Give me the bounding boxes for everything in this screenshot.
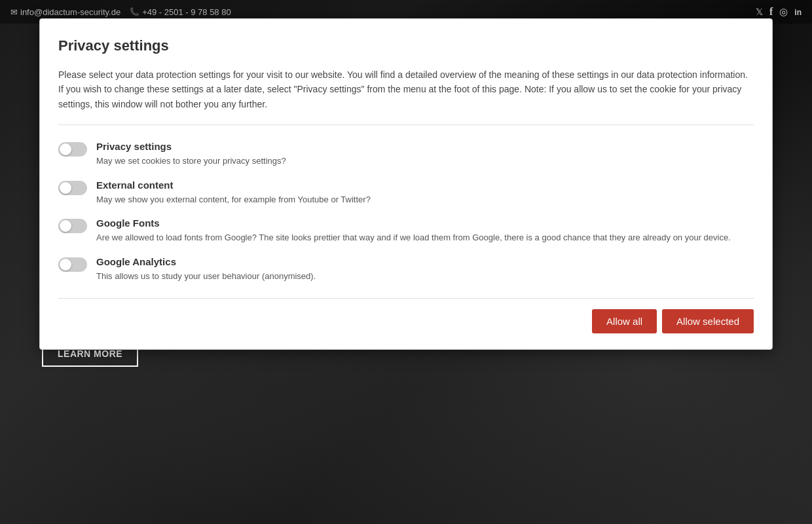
allow-all-button[interactable]: Allow all [592,309,657,333]
toggle-fonts-wrapper [58,219,87,236]
setting-desc-external: May we show you external content, for ex… [96,193,754,206]
toggle-fonts[interactable] [58,219,87,233]
setting-item-privacy: Privacy settings May we set cookies to s… [58,141,754,168]
setting-label-privacy: Privacy settings [96,141,754,152]
allow-selected-button[interactable]: Allow selected [662,309,754,333]
setting-item-external: External content May we show you externa… [58,179,754,206]
toggle-analytics[interactable] [58,257,87,272]
setting-label-external: External content [96,179,754,191]
modal-description: Please select your data protection setti… [58,67,754,125]
setting-item-analytics: Google Analytics This allows us to study… [58,256,754,283]
settings-list: Privacy settings May we set cookies to s… [58,141,754,282]
modal-title: Privacy settings [58,37,754,54]
setting-desc-analytics: This allows us to study your user behavi… [96,270,754,283]
setting-content-privacy: Privacy settings May we set cookies to s… [96,141,754,168]
toggle-analytics-wrapper [58,257,87,274]
setting-desc-fonts: Are we allowed to load fonts from Google… [96,231,754,244]
setting-content-analytics: Google Analytics This allows us to study… [96,256,754,283]
setting-content-external: External content May we show you externa… [96,179,754,206]
setting-label-analytics: Google Analytics [96,256,754,267]
modal-overlay: Privacy settings Please select your data… [0,0,812,524]
toggle-external-thumb [60,182,71,194]
setting-desc-privacy: May we set cookies to store your privacy… [96,155,754,168]
toggle-analytics-thumb [60,259,71,271]
modal-footer: Allow all Allow selected [58,298,754,333]
privacy-settings-modal: Privacy settings Please select your data… [39,18,773,350]
toggle-external-wrapper [58,181,87,198]
toggle-privacy-wrapper [58,142,87,159]
toggle-external[interactable] [58,181,87,195]
setting-label-fonts: Google Fonts [96,217,754,229]
setting-content-fonts: Google Fonts Are we allowed to load font… [96,217,754,244]
toggle-privacy[interactable] [58,142,87,157]
setting-item-fonts: Google Fonts Are we allowed to load font… [58,217,754,244]
